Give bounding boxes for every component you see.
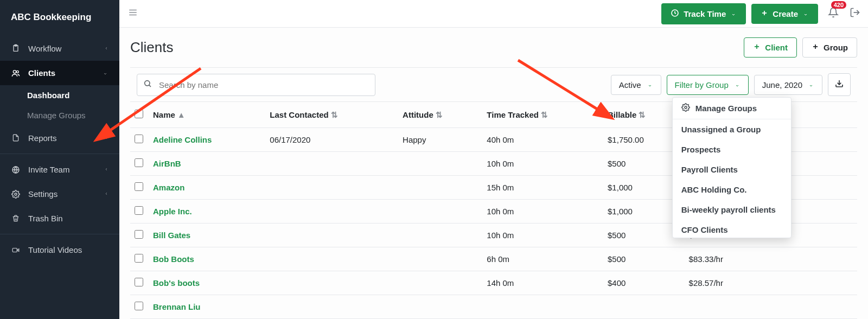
cell-attitude (398, 271, 482, 295)
gear-icon (11, 190, 21, 199)
cell-billable: $400 (603, 271, 685, 295)
sort-asc-icon: ▲ (177, 110, 186, 119)
chevron-down-icon (734, 80, 741, 90)
cell-rate (685, 295, 857, 319)
dropdown-item[interactable]: ABC Holding Co. (673, 180, 791, 200)
status-filter[interactable]: Active (611, 75, 661, 95)
globe-icon (11, 165, 21, 174)
client-link[interactable]: AirBnB (153, 159, 181, 168)
client-link[interactable]: Apple Inc. (153, 207, 192, 216)
sidebar: ABC Bookkeeping Workflow Clients Dashboa… (0, 0, 119, 319)
divider (0, 154, 119, 154)
client-link[interactable]: Bob Boots (153, 254, 194, 264)
dropdown-manage-groups[interactable]: Manage Groups (673, 98, 791, 119)
clipboard-icon (11, 43, 21, 53)
row-checkbox[interactable] (135, 158, 143, 167)
row-checkbox[interactable] (135, 135, 143, 143)
chevron-down-icon (802, 9, 809, 18)
cell-last-contacted (265, 224, 398, 247)
client-link[interactable]: Adeline Collins (153, 135, 212, 144)
search-icon (143, 79, 152, 90)
cell-time-tracked: 6h 0m (482, 247, 603, 271)
cell-last-contacted (265, 247, 398, 271)
button-label: Group (824, 43, 848, 52)
sidebar-item-clients[interactable]: Clients (0, 61, 119, 85)
page-title: Clients (130, 39, 173, 56)
dropdown-item[interactable]: Prospects (673, 139, 791, 160)
sidebar-item-reports[interactable]: Reports (0, 125, 119, 150)
sidebar-item-trash-bin[interactable]: Trash Bin (0, 206, 119, 231)
row-checkbox[interactable] (135, 278, 143, 286)
cell-time-tracked: 15h 0m (482, 176, 603, 200)
search-input[interactable] (137, 74, 375, 96)
client-link[interactable]: Bob's boots (153, 278, 200, 288)
cell-attitude: Happy (398, 128, 482, 152)
month-filter[interactable]: June, 2020 (754, 75, 822, 95)
filter-by-group-button[interactable]: Filter by Group (667, 75, 749, 95)
column-name[interactable]: Name▲ (149, 102, 265, 128)
row-checkbox[interactable] (135, 254, 143, 263)
add-group-button[interactable]: Group (802, 37, 857, 58)
logout-button[interactable] (850, 7, 860, 20)
hamburger-icon[interactable] (127, 8, 139, 20)
column-time-tracked[interactable]: Time Tracked⇅ (482, 102, 603, 128)
filter-row: Active Filter by Group June, 2020 (130, 67, 857, 102)
svg-point-3 (16, 71, 18, 73)
trash-icon (11, 214, 21, 223)
file-icon (11, 133, 21, 143)
chevron-down-icon (647, 80, 653, 90)
table-row: Bob Boots6h 0m$500$83.33/hr (130, 247, 857, 271)
table-row: Bob's boots14h 0m$400$28.57/hr (130, 271, 857, 295)
chevron-left-icon (104, 189, 108, 199)
sidebar-item-invite-team[interactable]: Invite Team (0, 157, 119, 182)
dropdown-item[interactable]: Unassigned a Group (673, 119, 791, 139)
dropdown-item[interactable]: Payroll Clients (673, 160, 791, 180)
sidebar-subitem-dashboard[interactable]: Dashboard (0, 85, 119, 105)
sidebar-item-tutorial-videos[interactable]: Tutorial Videos (0, 238, 119, 262)
row-checkbox[interactable] (135, 182, 143, 191)
cell-rate: $83.33/hr (685, 247, 857, 271)
cell-attitude (398, 224, 482, 247)
client-link[interactable]: Brennan Liu (153, 302, 201, 311)
download-icon (835, 79, 844, 90)
notifications-button[interactable]: 420 (828, 7, 839, 21)
svg-line-20 (149, 85, 151, 87)
row-checkbox[interactable] (135, 230, 143, 239)
page: Clients Client Group (119, 28, 868, 319)
sidebar-item-label: Settings (28, 189, 58, 199)
add-client-button[interactable]: Client (744, 37, 797, 58)
sidebar-item-label: Clients (28, 68, 55, 78)
sidebar-item-label: Tutorial Videos (28, 245, 82, 254)
sidebar-item-workflow[interactable]: Workflow (0, 36, 119, 61)
row-checkbox[interactable] (135, 302, 143, 310)
cell-time-tracked (482, 295, 603, 319)
create-button[interactable]: Create (751, 4, 818, 24)
chevron-left-icon (104, 44, 108, 53)
cell-attitude (398, 152, 482, 176)
dropdown-item[interactable]: CFO Clients (673, 220, 791, 238)
sort-icon: ⇅ (639, 110, 646, 119)
dropdown-item[interactable]: Bi-weekly payroll clients (673, 200, 791, 220)
plus-icon (761, 9, 768, 18)
select-all-checkbox[interactable] (135, 110, 143, 118)
row-checkbox[interactable] (135, 206, 143, 215)
button-label: Client (765, 43, 788, 52)
sidebar-subitem-manage-groups[interactable]: Manage Groups (0, 105, 119, 125)
cell-time-tracked: 14h 0m (482, 271, 603, 295)
column-attitude[interactable]: Attitude⇅ (398, 102, 482, 128)
download-button[interactable] (828, 73, 851, 96)
sort-icon: ⇅ (541, 110, 548, 119)
chevron-down-icon (730, 9, 737, 18)
client-link[interactable]: Bill Gates (153, 231, 190, 240)
svg-point-19 (145, 81, 150, 86)
cell-last-contacted (265, 271, 398, 295)
column-last-contacted[interactable]: Last Contacted⇅ (265, 102, 398, 128)
sidebar-item-settings[interactable]: Settings (0, 182, 119, 206)
track-time-button[interactable]: Track Time (661, 3, 746, 24)
brand-title: ABC Bookkeeping (0, 0, 119, 36)
client-link[interactable]: Amazon (153, 183, 184, 192)
gear-icon (681, 103, 690, 113)
plus-icon (753, 43, 761, 52)
chevron-down-icon (102, 68, 108, 78)
svg-rect-6 (12, 248, 17, 252)
